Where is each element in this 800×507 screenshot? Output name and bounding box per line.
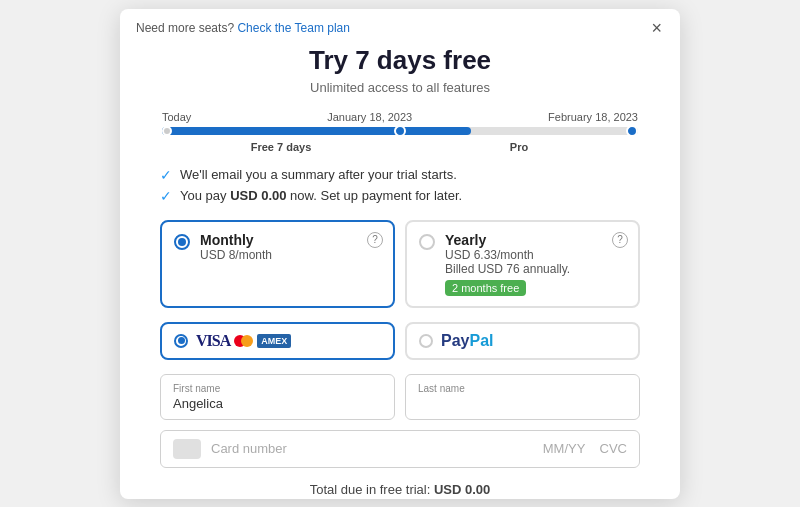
plan-yearly-badge: 2 months free	[445, 280, 526, 296]
plan-monthly-radio	[174, 234, 190, 250]
card-number-row[interactable]: Card number MM/YY CVC	[160, 430, 640, 468]
payment-paypal-radio	[419, 334, 433, 348]
last-name-placeholder	[418, 396, 627, 411]
plan-yearly-details: Yearly USD 6.33/month Billed USD 76 annu…	[445, 232, 626, 296]
timeline-phase-pro: Pro	[400, 141, 638, 153]
plan-yearly-radio	[419, 234, 435, 250]
timeline-labels: Today January 18, 2023 February 18, 2023	[160, 111, 640, 123]
plan-monthly[interactable]: Monthly USD 8/month ?	[160, 220, 395, 308]
card-number-label: Card number	[211, 441, 533, 456]
last-name-label: Last name	[418, 383, 627, 394]
modal-body: Try 7 days free Unlimited access to all …	[120, 45, 680, 499]
total-amount: USD 0.00	[434, 482, 490, 497]
check-item-1: ✓ We'll email you a summary after your t…	[160, 167, 640, 183]
check-text-2: You pay USD 0.00 now. Set up payment for…	[180, 188, 462, 203]
top-bar-prefix: Need more seats?	[136, 21, 234, 35]
top-bar: Need more seats? Check the Team plan ×	[120, 9, 680, 45]
timeline-label-jan: January 18, 2023	[327, 111, 412, 123]
visa-icon: VISA	[196, 332, 230, 350]
total-label: Total due in free trial:	[310, 482, 431, 497]
first-name-field[interactable]: First name Angelica	[160, 374, 395, 420]
plan-yearly-billed: Billed USD 76 annually.	[445, 262, 626, 276]
payment-card-radio	[174, 334, 188, 348]
mc-right-circle	[241, 335, 253, 347]
payment-selector: VISA AMEX PayPal	[160, 322, 640, 360]
plan-yearly-monthly-price: USD 6.33/month	[445, 248, 626, 262]
checkmark-icon-2: ✓	[160, 188, 172, 204]
first-name-value: Angelica	[173, 396, 382, 411]
team-plan-link[interactable]: Check the Team plan	[237, 21, 350, 35]
timeline-dot-start	[162, 126, 172, 136]
total-row: Total due in free trial: USD 0.00	[160, 482, 640, 497]
timeline-label-today: Today	[162, 111, 191, 123]
check-text-1: We'll email you a summary after your tri…	[180, 167, 457, 182]
plan-monthly-details: Monthly USD 8/month	[200, 232, 381, 262]
timeline-bar	[162, 127, 638, 135]
page-subtitle: Unlimited access to all features	[160, 80, 640, 95]
plan-yearly-help[interactable]: ?	[612, 232, 628, 248]
page-title: Try 7 days free	[160, 45, 640, 76]
card-icons: VISA AMEX	[196, 332, 291, 350]
checklist: ✓ We'll email you a summary after your t…	[160, 167, 640, 204]
trial-modal: Need more seats? Check the Team plan × T…	[120, 9, 680, 499]
plan-selector: Monthly USD 8/month ? Yearly USD 6.33/mo…	[160, 220, 640, 308]
paypal-icon: PayPal	[441, 332, 493, 350]
timeline-dot-end	[626, 125, 638, 137]
checkmark-icon-1: ✓	[160, 167, 172, 183]
timeline-dot-mid	[394, 125, 406, 137]
timeline: Today January 18, 2023 February 18, 2023…	[160, 111, 640, 153]
first-name-label: First name	[173, 383, 382, 394]
plan-monthly-help[interactable]: ?	[367, 232, 383, 248]
plan-monthly-radio-dot	[178, 238, 186, 246]
timeline-bar-filled	[162, 127, 471, 135]
card-chip-icon	[173, 439, 201, 459]
timeline-phase-labels: Free 7 days Pro	[160, 141, 640, 153]
check-item-2: ✓ You pay USD 0.00 now. Set up payment f…	[160, 188, 640, 204]
timeline-label-feb: February 18, 2023	[548, 111, 638, 123]
close-button[interactable]: ×	[649, 19, 664, 37]
plan-yearly[interactable]: Yearly USD 6.33/month Billed USD 76 annu…	[405, 220, 640, 308]
last-name-field[interactable]: Last name	[405, 374, 640, 420]
mastercard-icon	[234, 335, 253, 347]
card-expiry-label: MM/YY CVC	[543, 441, 627, 456]
plan-monthly-name: Monthly	[200, 232, 381, 248]
payment-card[interactable]: VISA AMEX	[160, 322, 395, 360]
timeline-phase-free: Free 7 days	[162, 141, 400, 153]
plan-yearly-name: Yearly	[445, 232, 626, 248]
payment-paypal[interactable]: PayPal	[405, 322, 640, 360]
name-form-row: First name Angelica Last name	[160, 374, 640, 420]
plan-monthly-price: USD 8/month	[200, 248, 381, 262]
payment-card-radio-dot	[178, 337, 185, 344]
amex-icon: AMEX	[257, 334, 291, 348]
